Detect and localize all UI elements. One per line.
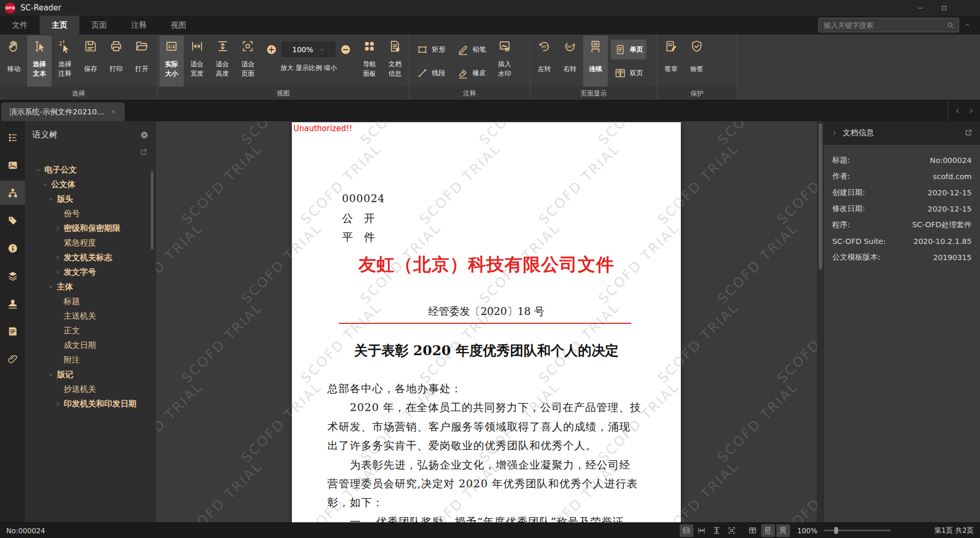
tree-item[interactable]: 公文体 — [25, 177, 155, 192]
zoom-level-value: 100% — [292, 45, 313, 54]
tab-annotation[interactable]: 注释 — [119, 16, 159, 34]
open-icon — [135, 39, 149, 53]
tree-item[interactable]: 发文字号 — [25, 265, 155, 279]
tree-item[interactable]: 版头 — [25, 192, 155, 206]
ribbon-button-single-page[interactable]: 单页 — [611, 40, 646, 60]
scrollbar-thumb[interactable] — [819, 123, 822, 270]
ribbon-button-verify[interactable]: 验签 — [684, 36, 709, 87]
tree-item[interactable]: 版记 — [25, 367, 155, 382]
ribbon-button-rotate-right[interactable]: 90°右转 — [558, 36, 582, 87]
document-viewport[interactable]: SCOFD TRIALSCOFD TRIALSCOFD TRIALSCOFD T… — [156, 121, 823, 522]
rail-item-info[interactable] — [0, 236, 25, 260]
ribbon-button-doc-info[interactable]: 文档信息 — [383, 36, 407, 87]
zoom-out-icon[interactable] — [340, 44, 351, 55]
search-icon[interactable] — [947, 21, 954, 29]
rail-item-notes[interactable] — [0, 319, 25, 343]
ribbon-button-select-annotation[interactable]: 选择注释 — [53, 36, 77, 87]
ribbon-button-nav-panel[interactable]: 导航面板 — [357, 36, 382, 87]
rail-item-semantic-list[interactable] — [0, 125, 25, 149]
ribbon-button-open[interactable]: 打开 — [129, 36, 154, 87]
popout-icon[interactable] — [964, 128, 973, 137]
tab-next-button[interactable] — [964, 103, 978, 118]
ribbon-button-line[interactable]: 线段 — [413, 63, 448, 83]
document-scrollbar[interactable] — [817, 121, 823, 522]
view-mode-fit-height[interactable] — [710, 524, 724, 537]
zoom-level-dropdown[interactable]: 100% — [282, 42, 335, 57]
svg-text:1:1: 1:1 — [684, 529, 689, 532]
ribbon-button-pencil[interactable]: 铅笔 — [454, 40, 489, 60]
tree-item[interactable]: 发文机关标志 — [25, 250, 155, 265]
app-title: SC-Reader — [20, 3, 62, 13]
ribbon-button-fit-width[interactable]: 适合宽度 — [185, 36, 209, 87]
popout-icon[interactable] — [139, 148, 148, 156]
tree-item[interactable]: 附注 — [25, 353, 155, 367]
rail-item-thumbnails[interactable] — [0, 153, 25, 177]
ribbon-button-save[interactable]: 保存 — [78, 36, 103, 87]
view-mode-double-page[interactable] — [746, 524, 760, 537]
ribbon-button-double-page[interactable]: 双页 — [611, 63, 646, 83]
tree-item-label: 发文字号 — [64, 267, 96, 278]
minimize-button[interactable] — [908, 0, 932, 16]
zoom-in-icon[interactable] — [266, 44, 277, 55]
view-mode-fit-page[interactable] — [725, 524, 739, 537]
rail-item-signatures[interactable] — [0, 291, 25, 315]
panel-close-icon[interactable] — [140, 131, 149, 139]
view-mode-single-page[interactable] — [761, 524, 775, 537]
ribbon-button-insert-watermark[interactable]: 插入水印 — [492, 36, 517, 87]
ribbon-button-move[interactable]: 移动 — [2, 36, 26, 87]
tree-item[interactable]: 份号 — [25, 206, 155, 221]
view-mode-actual-size[interactable]: 1:1 — [680, 524, 693, 537]
tab-home[interactable]: 主页 — [40, 16, 79, 34]
tab-close-icon[interactable] — [110, 109, 116, 115]
ribbon-button-actual-size[interactable]: 1:1实际大小 — [159, 36, 184, 87]
line-annot-icon — [416, 67, 429, 79]
doc-body-line: 营管理委员会研究,决定对 2020 年优秀团队和优秀个人进行表 — [327, 474, 651, 493]
ribbon-button-column: 单页双页 — [608, 36, 649, 87]
tab-prev-button[interactable] — [951, 103, 964, 118]
tree-item[interactable]: 正文 — [25, 323, 155, 338]
zoom-slider[interactable] — [824, 530, 891, 531]
tree-item[interactable]: 主体 — [25, 279, 155, 294]
ribbon-button-fit-page[interactable]: 适合页面 — [235, 36, 260, 87]
tree-item[interactable]: 主送机关 — [25, 309, 155, 323]
document-tab[interactable]: 演示系统-示例文件20210... — [1, 102, 125, 121]
rail-item-layers[interactable] — [0, 264, 25, 288]
tree-item[interactable]: 密级和保密期限 — [25, 221, 155, 236]
tab-file[interactable]: 文件 — [0, 16, 40, 34]
info-circle-icon — [7, 242, 19, 254]
rail-item-attachments[interactable] — [0, 347, 25, 371]
view-mode-fit-width[interactable] — [695, 524, 709, 537]
ribbon-button-continuous[interactable]: 连续 — [583, 36, 608, 87]
ribbon-button-rotate-left[interactable]: 90°左转 — [532, 36, 557, 87]
view-mode-buttons: 1:1 — [678, 524, 790, 537]
chevron-down-icon — [48, 196, 54, 202]
rail-item-semantic-tree[interactable] — [0, 181, 25, 205]
tree-item[interactable]: 电子公文 — [25, 162, 155, 177]
tree-scrollbar[interactable] — [151, 171, 154, 250]
tree-item[interactable]: 抄送机关 — [25, 382, 155, 396]
tree-item[interactable]: 紧急程度 — [25, 236, 155, 250]
close-button[interactable] — [956, 0, 980, 16]
ribbon-button-select-text[interactable]: 选择文本 — [27, 36, 52, 87]
ribbon-button-rectangle[interactable]: 矩形 — [413, 40, 448, 60]
tree-item[interactable]: 成文日期 — [25, 338, 155, 353]
ribbon-button-sign[interactable]: 签章 — [659, 36, 683, 87]
info-panel-header: 文档信息 — [824, 121, 980, 145]
watermark-text: SCOFD TRIAL — [774, 299, 817, 386]
search-input[interactable] — [823, 20, 947, 30]
ribbon-button-print[interactable]: 打印 — [104, 36, 128, 87]
ribbon-button-eraser[interactable]: 橡皮 — [454, 63, 489, 83]
maximize-button[interactable] — [932, 0, 956, 16]
collapse-ribbon-button[interactable] — [959, 18, 976, 32]
zoom-slider-knob[interactable] — [834, 527, 838, 534]
ribbon-button-fit-height[interactable]: 适合高度 — [210, 36, 235, 87]
view-mode-continuous[interactable] — [776, 524, 790, 537]
doc-body-line: 2020 年，在全体员工的共同努力下，公司在产品管理、技 — [327, 398, 651, 417]
rail-item-tags[interactable] — [0, 208, 25, 232]
tree-item[interactable]: 印发机关和印发日期 — [25, 396, 155, 411]
collapse-panel-icon[interactable] — [831, 130, 838, 136]
tree-item[interactable]: 标题 — [25, 294, 155, 309]
tab-page[interactable]: 页面 — [79, 16, 119, 34]
tab-view[interactable]: 视图 — [159, 16, 198, 34]
ribbon-group-name: 视图 — [158, 87, 409, 100]
